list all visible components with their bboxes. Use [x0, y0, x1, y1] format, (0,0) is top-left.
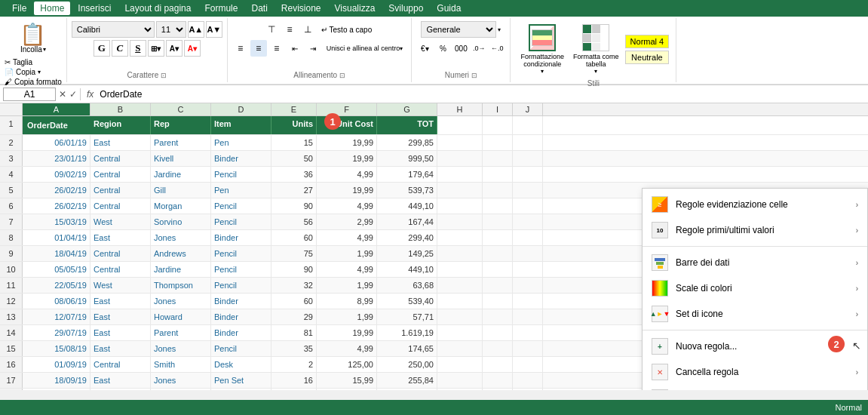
cell-c11[interactable]: Thompson — [151, 278, 211, 293]
cell-d2[interactable]: Pen — [211, 135, 271, 150]
cell-i8[interactable] — [483, 230, 513, 245]
cell-h18[interactable] — [437, 389, 483, 390]
cell-f16[interactable]: 125,00 — [317, 357, 377, 372]
cell-i6[interactable] — [483, 198, 513, 214]
col-header-j[interactable]: J — [513, 103, 543, 115]
indent-increase-button[interactable]: ⇥ — [305, 40, 321, 57]
dropdown-item-cancella-regola[interactable]: ✕ Cancella regola › — [643, 359, 867, 385]
cell-e4[interactable]: 36 — [271, 167, 317, 182]
cell-h4[interactable] — [437, 167, 483, 182]
cell-f13[interactable]: 1,99 — [317, 309, 377, 324]
cell-g14[interactable]: 1.619,19 — [377, 325, 437, 340]
align-top-button[interactable]: ⊤ — [263, 21, 280, 38]
cell-c13[interactable]: Howard — [151, 309, 211, 324]
cell-c2[interactable]: Parent — [151, 135, 211, 150]
cell-j2[interactable] — [513, 135, 543, 150]
cell-h13[interactable] — [437, 309, 483, 324]
cell-e6[interactable]: 90 — [271, 198, 317, 214]
cell-h16[interactable] — [437, 357, 483, 372]
cell-a4[interactable]: 09/02/19 — [23, 167, 90, 182]
cell-j4[interactable] — [513, 167, 543, 182]
cell-e3[interactable]: 50 — [271, 151, 317, 166]
align-middle-button[interactable]: ≡ — [281, 21, 298, 38]
cell-g13[interactable]: 57,71 — [377, 309, 437, 324]
formula-input[interactable]: OrderDate — [100, 89, 865, 100]
font-name-select[interactable]: Calibri — [72, 21, 155, 38]
cell-a5[interactable]: 26/02/19 — [23, 183, 90, 198]
cell-g15[interactable]: 174,65 — [377, 341, 437, 356]
cell-i13[interactable] — [483, 309, 513, 324]
cell-i4[interactable] — [483, 167, 513, 182]
cell-f14[interactable]: 19,99 — [317, 325, 377, 340]
cell-c12[interactable]: Jones — [151, 294, 211, 309]
cell-h2[interactable] — [437, 135, 483, 150]
cell-e10[interactable]: 90 — [271, 262, 317, 277]
cell-e9[interactable]: 75 — [271, 246, 317, 261]
cell-b7[interactable]: West — [90, 214, 151, 229]
formula-cancel-icon[interactable]: ✕ — [59, 89, 66, 100]
cell-d5[interactable]: Pen — [211, 183, 271, 198]
italic-button[interactable]: C — [112, 40, 128, 57]
cell-f7[interactable]: 2,99 — [317, 214, 377, 229]
cell-e14[interactable]: 81 — [271, 325, 317, 340]
cell-i15[interactable] — [483, 341, 513, 356]
copy-button[interactable]: 📄Copia▾ — [5, 68, 62, 76]
cell-b12[interactable]: East — [90, 294, 151, 309]
cell-b15[interactable]: East — [90, 341, 151, 356]
align-right-button[interactable]: ≡ — [268, 40, 285, 57]
cell-h1[interactable] — [437, 116, 483, 134]
cell-d3[interactable]: Binder — [211, 151, 271, 166]
cell-g8[interactable]: 299,40 — [377, 230, 437, 245]
cell-i9[interactable] — [483, 246, 513, 261]
wrap-text-button[interactable]: ↵ Testo a capo — [317, 21, 376, 38]
cell-e11[interactable]: 32 — [271, 278, 317, 293]
cell-i7[interactable] — [483, 214, 513, 229]
increase-decimal-button[interactable]: .0→ — [471, 40, 487, 57]
cell-d12[interactable]: Binder — [211, 294, 271, 309]
cell-c9[interactable]: Andrews — [151, 246, 211, 261]
cell-f10[interactable]: 4,99 — [317, 262, 377, 277]
cell-e17[interactable]: 16 — [271, 373, 317, 388]
paste-button[interactable]: 📋 Incolla ▾ — [15, 21, 51, 57]
cell-d15[interactable]: Pencil — [211, 341, 271, 356]
cell-i14[interactable] — [483, 325, 513, 340]
cell-e5[interactable]: 27 — [271, 183, 317, 198]
col-header-h[interactable]: H — [437, 103, 483, 115]
cell-j1[interactable] — [513, 116, 543, 134]
cell-g10[interactable]: 449,10 — [377, 262, 437, 277]
cell-f2[interactable]: 19,99 — [317, 135, 377, 150]
cell-b9[interactable]: Central — [90, 246, 151, 261]
cell-b10[interactable]: Central — [90, 262, 151, 277]
cell-j18[interactable] — [513, 389, 543, 390]
cell-c18[interactable]: Morgan — [151, 389, 211, 390]
cell-c15[interactable]: Jones — [151, 341, 211, 356]
menu-revisione[interactable]: Revisione — [275, 2, 327, 15]
cell-e13[interactable]: 29 — [271, 309, 317, 324]
format-as-table-button[interactable]: Formatta cometabella ▾ — [570, 21, 622, 78]
cell-f12[interactable]: 8,99 — [317, 294, 377, 309]
conditional-format-button[interactable]: Formattazionecondizionale ▾ — [518, 21, 568, 78]
cell-c3[interactable]: Kivell — [151, 151, 211, 166]
cell-h17[interactable] — [437, 373, 483, 388]
cell-b11[interactable]: West — [90, 278, 151, 293]
dropdown-item-regole-primi[interactable]: 10 Regole primi/ultimi valori › — [643, 217, 867, 243]
menu-dati[interactable]: Dati — [245, 2, 273, 15]
cell-g4[interactable]: 179,64 — [377, 167, 437, 182]
cell-h8[interactable] — [437, 230, 483, 245]
formula-confirm-icon[interactable]: ✓ — [69, 89, 77, 100]
neutral-style-badge[interactable]: Neutrale — [625, 51, 670, 64]
dropdown-item-scale-colori[interactable]: Scale di colori › — [643, 275, 867, 301]
cell-g11[interactable]: 63,68 — [377, 278, 437, 293]
currency-button[interactable]: €▾ — [416, 40, 433, 57]
cell-j3[interactable] — [513, 151, 543, 166]
cell-b14[interactable]: East — [90, 325, 151, 340]
cell-b2[interactable]: East — [90, 135, 151, 150]
cell-f18[interactable]: 8,99 — [317, 389, 377, 390]
col-header-g[interactable]: G — [377, 103, 437, 115]
cell-a13[interactable]: 12/07/19 — [23, 309, 90, 324]
cell-d1[interactable]: Item — [211, 116, 271, 134]
cell-f11[interactable]: 1,99 — [317, 278, 377, 293]
cell-b4[interactable]: Central — [90, 167, 151, 182]
cell-d17[interactable]: Pen Set — [211, 373, 271, 388]
cell-d8[interactable]: Binder — [211, 230, 271, 245]
